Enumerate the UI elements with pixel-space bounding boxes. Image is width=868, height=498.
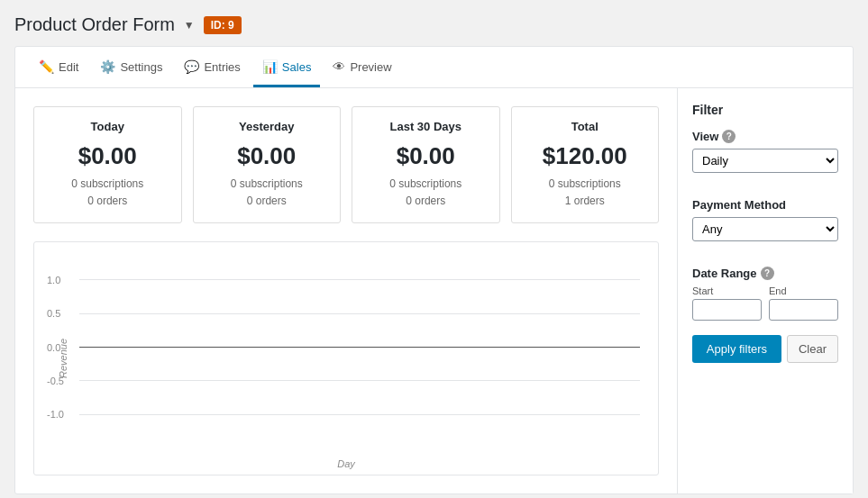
end-label: End bbox=[769, 285, 838, 296]
header-bar: Product Order Form ▼ ID: 9 bbox=[14, 14, 854, 35]
tab-entries-label: Entries bbox=[204, 60, 240, 74]
chevron-down-icon[interactable]: ▼ bbox=[184, 19, 195, 32]
filter-view-section: View ? Daily Weekly Monthly bbox=[692, 130, 838, 186]
chart-gridline-2: 0.5 bbox=[79, 313, 640, 314]
stats-row: Today $0.00 0 subscriptions 0 orders Yes… bbox=[33, 106, 659, 223]
stat-total-label: Total bbox=[525, 120, 646, 133]
main-card: ✏️ Edit ⚙️ Settings 💬 Entries 📊 Sales 👁 … bbox=[14, 46, 854, 494]
apply-filters-button[interactable]: Apply filters bbox=[692, 335, 781, 363]
stat-last30-orders: 0 orders bbox=[365, 193, 487, 210]
view-select[interactable]: Daily Weekly Monthly bbox=[692, 149, 838, 173]
view-help-icon[interactable]: ? bbox=[722, 130, 736, 143]
filter-view-label: View ? bbox=[692, 130, 838, 143]
sales-icon: 📊 bbox=[262, 59, 278, 74]
date-end-group: End bbox=[769, 285, 838, 321]
stat-today-label: Today bbox=[47, 120, 169, 133]
date-start-group: Start bbox=[692, 285, 762, 321]
tab-edit-label: Edit bbox=[59, 60, 78, 74]
stat-last30-subscriptions: 0 subscriptions bbox=[365, 176, 487, 193]
chart-grid: 1.0 0.5 0.0 -0.5 bbox=[79, 260, 640, 448]
filter-actions: Apply filters Clear bbox=[692, 335, 838, 363]
stat-total-orders: 1 orders bbox=[525, 193, 646, 210]
content-area: Today $0.00 0 subscriptions 0 orders Yes… bbox=[15, 88, 853, 493]
chart-gridline-4: -1.0 bbox=[79, 414, 640, 415]
filter-payment-label: Payment Method bbox=[692, 198, 838, 212]
stat-total-subscriptions: 0 subscriptions bbox=[525, 176, 646, 193]
nav-tabs: ✏️ Edit ⚙️ Settings 💬 Entries 📊 Sales 👁 … bbox=[15, 47, 853, 88]
stat-yesterday-subscriptions: 0 subscriptions bbox=[206, 176, 328, 193]
clear-button[interactable]: Clear bbox=[787, 335, 838, 363]
tab-preview-label: Preview bbox=[350, 60, 391, 74]
page-title: Product Order Form bbox=[14, 14, 175, 35]
chart-gridline-1: 1.0 bbox=[79, 279, 640, 280]
filter-daterange-label: Date Range ? bbox=[692, 267, 838, 280]
stat-today-subscriptions: 0 subscriptions bbox=[47, 176, 169, 193]
stat-card-last30: Last 30 Days $0.00 0 subscriptions 0 ord… bbox=[352, 106, 500, 223]
chart-gridline-zero: 0.0 bbox=[79, 347, 640, 348]
tab-entries[interactable]: 💬 Entries bbox=[175, 47, 249, 87]
preview-icon: 👁 bbox=[333, 59, 345, 74]
entries-icon: 💬 bbox=[184, 59, 199, 74]
date-range-row: Start End bbox=[692, 285, 838, 321]
stat-card-today: Today $0.00 0 subscriptions 0 orders bbox=[33, 106, 182, 223]
filter-daterange-section: Date Range ? Start End bbox=[692, 267, 838, 321]
tab-preview[interactable]: 👁 Preview bbox=[324, 47, 400, 87]
main-content: Today $0.00 0 subscriptions 0 orders Yes… bbox=[15, 88, 677, 493]
stat-last30-label: Last 30 Days bbox=[365, 120, 487, 133]
filter-payment-section: Payment Method Any bbox=[692, 198, 838, 254]
chart-area: Revenue 1.0 0.5 0.0 bbox=[33, 241, 659, 475]
stat-yesterday-value: $0.00 bbox=[206, 142, 328, 170]
end-date-input[interactable] bbox=[769, 299, 838, 321]
stat-card-total: Total $120.00 0 subscriptions 1 orders bbox=[511, 106, 660, 223]
stat-today-value: $0.00 bbox=[47, 142, 169, 170]
stat-last30-value: $0.00 bbox=[365, 142, 487, 170]
tab-settings-label: Settings bbox=[120, 60, 162, 74]
chart-gridline-3: -0.5 bbox=[79, 380, 640, 381]
stat-card-yesterday: Yesterday $0.00 0 subscriptions 0 orders bbox=[193, 106, 342, 223]
start-date-input[interactable] bbox=[692, 299, 762, 321]
edit-icon: ✏️ bbox=[39, 59, 54, 74]
payment-select[interactable]: Any bbox=[692, 217, 838, 241]
page-wrapper: Product Order Form ▼ ID: 9 ✏️ Edit ⚙️ Se… bbox=[0, 0, 868, 498]
stat-yesterday-orders: 0 orders bbox=[206, 193, 328, 210]
filter-sidebar: Filter View ? Daily Weekly Monthly bbox=[677, 88, 853, 493]
stat-yesterday-label: Yesterday bbox=[206, 120, 328, 133]
start-label: Start bbox=[692, 285, 762, 296]
tab-edit[interactable]: ✏️ Edit bbox=[30, 47, 87, 87]
tab-settings[interactable]: ⚙️ Settings bbox=[91, 47, 171, 87]
stat-today-orders: 0 orders bbox=[47, 193, 169, 210]
tab-sales-label: Sales bbox=[282, 60, 312, 74]
stat-total-value: $120.00 bbox=[525, 142, 646, 170]
tab-sales[interactable]: 📊 Sales bbox=[253, 47, 321, 87]
filter-title: Filter bbox=[692, 103, 838, 117]
settings-icon: ⚙️ bbox=[100, 59, 115, 74]
chart-x-label: Day bbox=[337, 458, 355, 469]
daterange-help-icon[interactable]: ? bbox=[761, 267, 774, 280]
id-badge: ID: 9 bbox=[204, 16, 242, 34]
